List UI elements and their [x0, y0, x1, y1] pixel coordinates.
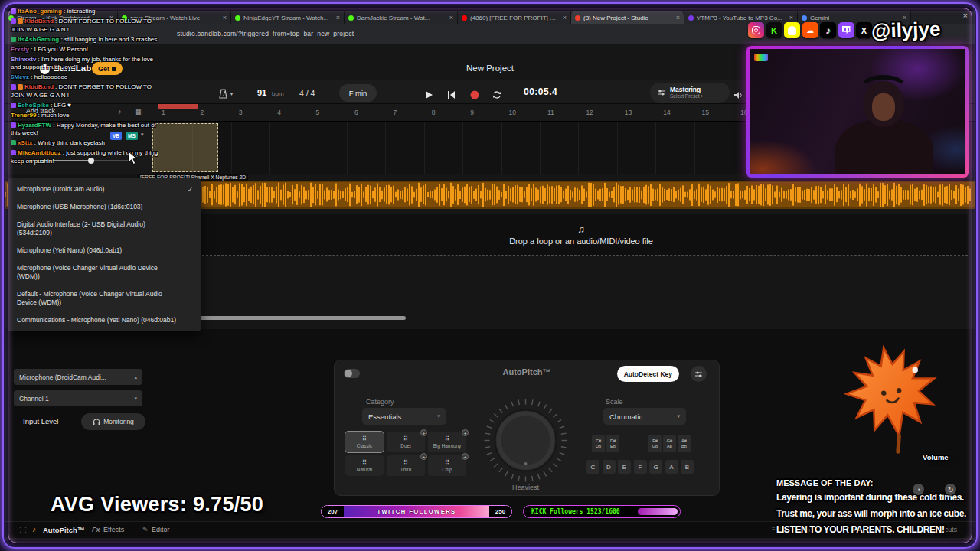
key-a#[interactable]: A#Bb [678, 435, 691, 452]
key-signature-pill[interactable]: F min [339, 84, 377, 102]
mic-device-option[interactable]: Microphone (Yeti Nano) (046d:0ab1) [8, 242, 201, 259]
chat-badge [11, 8, 16, 14]
editor-tab[interactable]: Editor [152, 526, 170, 533]
tab-label: NinjaEdgeYT Stream - Watch... [243, 15, 328, 21]
settings-button[interactable] [691, 366, 707, 382]
tab-close-icon[interactable]: × [563, 15, 567, 21]
twitch-icon [838, 22, 854, 38]
premium-badge-icon: + [420, 429, 427, 436]
key-g#[interactable]: G#Ab [663, 435, 676, 452]
streamer-face [872, 93, 895, 121]
chat-text: still hanging in here and 3 crashes [64, 36, 157, 43]
premium-badge-icon: + [462, 429, 469, 436]
tab-close-icon[interactable]: × [449, 15, 453, 21]
autopitch-knob[interactable] [482, 396, 570, 484]
chat-text: Wintry thin, dark eyelash [38, 139, 105, 146]
url-text[interactable]: studio.bandlab.com/?triggered_from=top_b… [177, 30, 354, 37]
drop-zone[interactable]: ♫ Drop a loop or an audio/MIDI/video fil… [194, 214, 968, 256]
browser-tab[interactable]: (4860) [FREE FOR PROFIT] Ph...× [458, 11, 571, 24]
timecode: 00:05.4 [524, 86, 557, 97]
chat-message: Shinxxtv : I'm here doing my job, thanks… [11, 56, 162, 72]
preset-third[interactable]: +⠿Third [387, 455, 425, 476]
autodetect-key-button[interactable]: AutoDetect Key [617, 366, 679, 382]
tab-favicon [348, 15, 354, 21]
chat-text: LFG you W Person! [34, 46, 88, 53]
key-d#[interactable]: D#Eb [606, 435, 619, 452]
tab-close-icon[interactable]: × [336, 15, 340, 21]
autopitch-toggle[interactable] [344, 369, 360, 378]
input-level-label: Input Level [23, 417, 58, 425]
mic-select[interactable]: Microphone (DroidCam Audi...▴ [14, 369, 142, 385]
preset-chip[interactable]: +⠿Chip [428, 455, 466, 476]
skip-back-button[interactable] [447, 89, 456, 103]
mic-device-option[interactable]: Microphone (USB Microphone) (1d6c:0103) [8, 198, 201, 216]
preset-big-harmony[interactable]: +⠿Big Harmony [428, 432, 466, 452]
replay-icon: ↻ [945, 484, 956, 495]
pencil-icon: ✎ [142, 526, 149, 533]
chat-username: HyzardFTW [18, 122, 51, 129]
preset-natural[interactable]: ⠿Natural [345, 455, 384, 476]
mastering-button[interactable]: Mastering Select Preset › [650, 83, 730, 103]
mic-device-option[interactable]: Default - Microphone (Voice Changer Virt… [8, 285, 201, 311]
twitch-goal-count: 250 [489, 506, 511, 517]
tab-label: (4860) [FREE FOR PROFIT] Ph... [470, 15, 560, 21]
effects-tab[interactable]: Effects [103, 526, 124, 533]
tab-close-icon[interactable]: × [223, 15, 227, 21]
maple-leaf-mascot [825, 332, 960, 467]
bottombar-autopitch-tab[interactable]: AutoPitch™ [43, 526, 84, 534]
mic-device-option[interactable]: Communications - Microphone (Yeti Nano) … [8, 311, 201, 329]
chevron-down-icon[interactable]: ▾ [230, 91, 233, 96]
mic-device-option[interactable]: Microphone (DroidCam Audio)✓ [8, 181, 201, 198]
chat-message: ItsAshGaming : still hanging in here and… [11, 36, 162, 44]
browser-tab[interactable]: (3) New Project - Studio× [571, 11, 684, 24]
mic-device-option[interactable]: Microphone (Voice Changer Virtual Audio … [8, 259, 201, 285]
key-d[interactable]: D [603, 460, 616, 474]
speaker-icon[interactable] [733, 89, 743, 103]
tab-close-icon[interactable]: × [789, 15, 793, 21]
mastering-subtitle: Select Preset › [670, 93, 703, 99]
premium-badge-icon: + [462, 453, 469, 460]
chat-username: Shinxxtv [11, 56, 36, 63]
chat-username: KiddBxnd [24, 18, 54, 24]
record-button[interactable] [470, 89, 479, 103]
chevron-down-icon: ▾ [437, 413, 440, 419]
monitoring-toggle[interactable]: Monitoring [81, 413, 145, 430]
drag-handle-icon[interactable]: ⋮⋮ [17, 526, 28, 533]
horizontal-scrollbar[interactable] [198, 316, 406, 320]
key-b[interactable]: B [681, 460, 694, 474]
browser-tab[interactable]: NinjaEdgeYT Stream - Watch...× [231, 11, 345, 24]
key-a[interactable]: A [665, 460, 678, 474]
preset-icon: ⠿ [362, 460, 367, 466]
close-icon[interactable]: × [963, 11, 968, 20]
category-select[interactable]: Essentials▾ [362, 408, 446, 425]
ruler-number: 15 [702, 109, 709, 116]
preset-classic[interactable]: ⠿Classic [345, 432, 384, 452]
chat-message: KiddBxnd : DON'T FORGET TO FOLLOW TO JOI… [11, 83, 162, 99]
loop-icon[interactable] [492, 89, 502, 103]
preset-duet[interactable]: +⠿Duet [387, 432, 425, 452]
screen: Stream — Kick Dashboard×savo Stream - Wa… [0, 0, 980, 551]
time-signature[interactable]: 4 / 4 [299, 89, 315, 98]
play-button[interactable] [425, 89, 433, 103]
channel-select[interactable]: Channel 1▾ [14, 390, 142, 406]
key-f#[interactable]: F#Gb [648, 435, 662, 452]
key-g[interactable]: G [649, 460, 662, 474]
check-icon: ✓ [187, 186, 193, 195]
key-c#[interactable]: C#Db [592, 435, 605, 452]
tab-close-icon[interactable]: × [676, 15, 680, 21]
key-e[interactable]: E [618, 460, 631, 474]
metronome-icon[interactable] [219, 88, 227, 102]
mic-device-option[interactable]: Digital Audio Interface (2- USB Digital … [8, 216, 201, 242]
scale-select[interactable]: Chromatic▾ [603, 408, 686, 425]
browser-tab[interactable]: DamJackie Stream - Wat...× [345, 11, 458, 24]
ruler-number: 12 [586, 109, 593, 116]
twitch-followers-bar: 207 TWITCH FOLLOWERS 250 [321, 505, 512, 518]
chevron-down-icon: ▾ [134, 396, 137, 402]
chat-username: Trener99 [11, 112, 36, 119]
chat-message: 6Meyz : hellooooooo [11, 73, 162, 82]
key-f[interactable]: F [634, 460, 647, 474]
chat-badge [11, 103, 16, 108]
key-c[interactable]: C [586, 460, 599, 474]
bpm-unit: bpm [272, 90, 284, 97]
bpm-value[interactable]: 91 [257, 88, 266, 97]
